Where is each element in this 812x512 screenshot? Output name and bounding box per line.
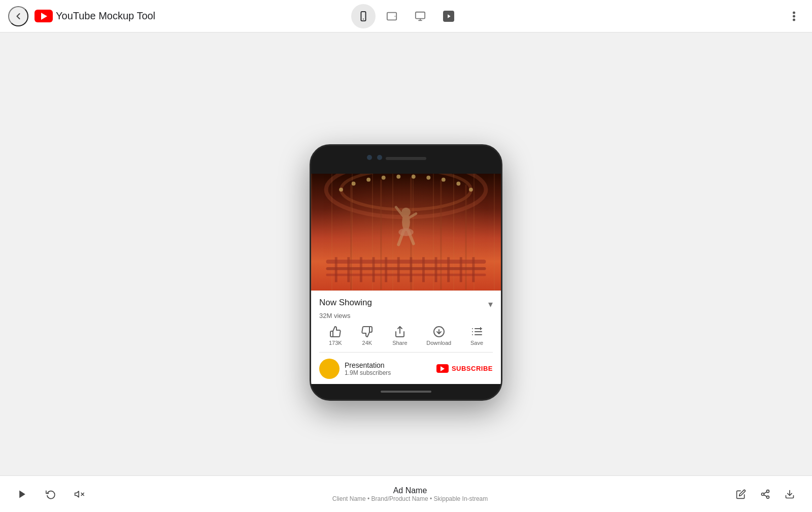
carousel-svg [311, 174, 501, 291]
phone-camera-right [377, 155, 382, 160]
like-button[interactable]: 173K [329, 326, 342, 346]
download-label: Download [426, 340, 451, 346]
like-icon [329, 326, 342, 338]
home-indicator [381, 391, 431, 393]
svg-point-22 [456, 181, 460, 185]
svg-point-50 [398, 228, 414, 236]
mute-icon [74, 489, 84, 499]
channel-info: Presentation 1.9M subscribers [345, 361, 391, 376]
preview-container: Now Showing ▾ 32M views [127, 48, 685, 497]
dislike-button[interactable]: 24K [361, 326, 373, 346]
share-export-icon [760, 489, 770, 499]
svg-point-21 [442, 177, 446, 181]
channel-subscribers: 1.9M subscribers [345, 369, 391, 376]
share-button[interactable]: Share [392, 326, 407, 346]
svg-point-9 [793, 11, 795, 14]
toolbar-right [731, 484, 800, 504]
share-export-button[interactable] [755, 484, 775, 504]
svg-line-69 [764, 492, 767, 493]
header: YouTube Mockup Tool [0, 0, 812, 33]
save-button[interactable]: Save [470, 326, 483, 346]
subscribe-yt-logo-icon [436, 364, 449, 373]
save-icon [471, 326, 483, 338]
save-label: Save [470, 340, 483, 346]
video-thumbnail [311, 174, 501, 291]
toolbar-left [12, 484, 89, 504]
header-right [784, 6, 804, 26]
device-tablet-button[interactable] [380, 4, 404, 28]
channel-avatar [319, 359, 340, 379]
like-count: 173K [329, 340, 342, 346]
phone-camera-left [367, 155, 372, 160]
mute-button[interactable] [69, 484, 89, 504]
svg-rect-4 [416, 12, 425, 18]
video-title-row: Now Showing ▾ [319, 298, 493, 310]
play-button[interactable] [12, 484, 32, 504]
svg-point-23 [469, 187, 473, 191]
phone-mockup: Now Showing ▾ 32M views [310, 144, 502, 401]
video-title: Now Showing [319, 298, 372, 308]
dislike-count: 24K [362, 340, 373, 346]
back-button[interactable] [8, 6, 28, 26]
download-export-icon [785, 489, 795, 499]
svg-point-20 [426, 175, 430, 179]
svg-marker-62 [75, 491, 79, 497]
phone-screen: Now Showing ▾ 32M views [311, 174, 501, 384]
app-title: YouTube Mockup Tool [56, 10, 155, 22]
more-options-button[interactable] [784, 6, 804, 26]
main-area: Now Showing ▾ 32M views [0, 33, 812, 512]
svg-marker-61 [19, 490, 25, 498]
share-icon [394, 326, 406, 338]
download-export-button[interactable] [780, 484, 800, 504]
channel-left: Presentation 1.9M subscribers [319, 359, 391, 379]
svg-point-14 [339, 187, 343, 191]
ad-meta: Client Name • Brand/Product Name • Skipp… [332, 495, 488, 502]
phone-bottom-bar [311, 384, 501, 399]
svg-point-15 [352, 181, 356, 185]
svg-line-68 [764, 495, 767, 496]
svg-point-11 [793, 18, 795, 21]
device-toggle-group [351, 4, 461, 28]
yt-logo-icon [35, 10, 53, 22]
subscribe-button[interactable]: SUBSCRIBE [436, 364, 493, 373]
edit-button[interactable] [731, 484, 751, 504]
channel-row: Presentation 1.9M subscribers SUBSCRIBE [319, 359, 493, 379]
edit-icon [736, 489, 746, 499]
device-desktop-button[interactable] [408, 4, 432, 28]
subscribe-label: SUBSCRIBE [452, 365, 493, 372]
svg-point-16 [366, 177, 370, 181]
play-icon [17, 489, 27, 499]
device-mobile-button[interactable] [351, 4, 376, 28]
phone-top-bar [311, 146, 501, 174]
chevron-down-icon[interactable]: ▾ [488, 299, 493, 310]
dislike-icon [361, 326, 373, 338]
phone-frame: Now Showing ▾ 32M views [310, 144, 502, 401]
channel-name: Presentation [345, 361, 391, 369]
svg-point-19 [412, 174, 416, 178]
download-button[interactable]: Download [426, 326, 451, 346]
action-row: 173K 24K [319, 326, 493, 353]
ad-name: Ad Name [393, 486, 427, 495]
phone-speaker [386, 157, 426, 160]
svg-point-17 [382, 175, 386, 179]
bottom-toolbar: Ad Name Client Name • Brand/Product Name… [0, 475, 812, 512]
video-views: 32M views [319, 312, 493, 319]
toolbar-center: Ad Name Client Name • Brand/Product Name… [89, 486, 731, 502]
download-icon [433, 326, 445, 338]
phone-side-button [501, 207, 502, 237]
replay-icon [46, 489, 56, 499]
youtube-logo: YouTube Mockup Tool [35, 10, 155, 22]
svg-point-10 [793, 15, 795, 17]
svg-point-13 [341, 174, 471, 210]
replay-button[interactable] [41, 484, 61, 504]
video-info-panel: Now Showing ▾ 32M views [311, 291, 501, 384]
share-label: Share [392, 340, 407, 346]
svg-point-18 [396, 174, 400, 178]
header-left: YouTube Mockup Tool [8, 6, 155, 26]
device-youtube-button[interactable] [436, 4, 461, 28]
